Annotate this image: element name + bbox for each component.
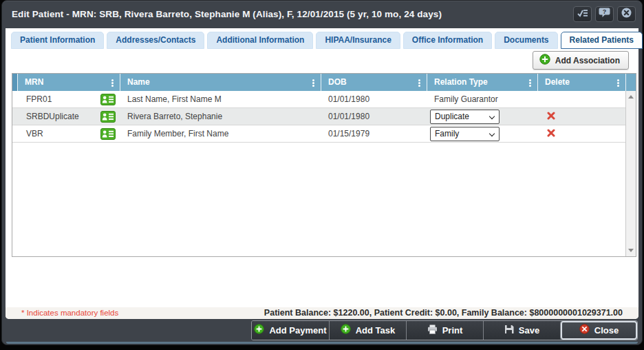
column-header-dob[interactable]: DOB (321, 74, 427, 91)
selected-relation: Family (435, 129, 459, 138)
add-association-button[interactable]: Add Association (533, 51, 629, 70)
table-row: SRBDUplicate Rivera Barreto, Stephanie 0… (12, 108, 625, 125)
cell-relation-type: Family Guarantor (427, 94, 537, 104)
tab-addresses-contacts[interactable]: Addresses/Contacts (107, 32, 204, 49)
save-button[interactable]: Save (483, 321, 560, 340)
close-label: Close (594, 325, 619, 336)
contact-card-icon[interactable] (100, 94, 116, 105)
save-icon (504, 325, 514, 337)
header-stub (625, 74, 636, 91)
mrn-value: FPR01 (26, 94, 52, 104)
related-patients-grid: MRN Name DOB Relation Type (12, 73, 636, 257)
add-payment-button[interactable]: Add Payment (252, 321, 329, 340)
cell-delete (537, 129, 625, 139)
window-close-button[interactable] (617, 6, 636, 22)
column-header-delete[interactable]: Delete (537, 74, 625, 91)
chevron-down-icon (489, 130, 495, 136)
column-label: Delete (545, 77, 570, 87)
relation-type-select[interactable]: Duplicate (430, 110, 500, 124)
mandatory-fields-note: * Indicates mandatory fields (21, 309, 118, 317)
tab-office-information[interactable]: Office Information (403, 32, 492, 49)
cell-delete (537, 112, 625, 122)
save-label: Save (519, 325, 539, 336)
scroll-down-icon[interactable] (628, 249, 634, 252)
selected-relation: Duplicate (435, 112, 469, 121)
tab-additional-information[interactable]: Additional Information (207, 32, 313, 49)
printer-icon (427, 325, 438, 337)
action-button-group: Add Payment Add Task Print (251, 320, 638, 340)
add-payment-label: Add Payment (269, 325, 326, 336)
column-menu-icon[interactable] (312, 79, 314, 81)
header-strip (12, 74, 17, 91)
help-button[interactable]: ? (595, 6, 614, 22)
cell-relation-type: Duplicate (427, 110, 537, 124)
cell-mrn: SRBDUplicate (12, 111, 120, 123)
task-list-icon (577, 8, 588, 21)
tab-documents[interactable]: Documents (495, 32, 557, 49)
cell-name: Family Member, First Name (120, 129, 321, 138)
vertical-scrollbar[interactable] (625, 91, 636, 256)
cell-mrn: FPR01 (12, 94, 120, 105)
scroll-up-icon[interactable] (628, 95, 634, 99)
column-menu-icon[interactable] (617, 79, 619, 81)
column-menu-icon[interactable] (111, 79, 114, 81)
delete-icon[interactable] (547, 112, 555, 120)
plus-icon (539, 54, 550, 68)
edit-patient-window: Edit Patient - MRN: SRB, Rivera Barreto,… (1, 0, 643, 345)
column-label: MRN (25, 77, 43, 87)
add-task-label: Add Task (356, 325, 396, 336)
cell-mrn: VBR (12, 128, 120, 140)
delete-icon[interactable] (547, 129, 555, 137)
window-title: Edit Patient - MRN: SRB, Rivera Barreto,… (12, 1, 442, 28)
cell-name: Last Name, First Name M (120, 94, 321, 104)
print-button[interactable]: Print (406, 321, 483, 340)
cell-name: Rivera Barreto, Stephanie (120, 112, 321, 121)
help-icon: ? (599, 8, 610, 21)
contact-card-icon[interactable] (100, 111, 116, 123)
column-label: DOB (328, 77, 347, 87)
mrn-value: VBR (26, 129, 43, 138)
svg-text:?: ? (603, 8, 607, 15)
cell-dob: 01/01/1980 (321, 94, 427, 104)
column-label: Name (127, 77, 150, 87)
add-association-label: Add Association (555, 56, 620, 65)
table-row: VBR Family Member, First Name 01/15/1979… (12, 125, 625, 143)
plus-icon (341, 324, 351, 337)
chevron-down-icon (489, 113, 495, 119)
column-menu-icon[interactable] (529, 79, 531, 81)
title-bar: Edit Patient - MRN: SRB, Rivera Barreto,… (2, 1, 642, 28)
close-icon (621, 8, 632, 21)
contact-card-icon[interactable] (100, 128, 116, 140)
close-button[interactable]: Close (560, 321, 637, 340)
window-bottom-edge (6, 342, 638, 344)
table-row: FPR01 Last Name, First Name M 01/01/1980… (12, 91, 625, 108)
tab-related-patients[interactable]: Related Patients (561, 32, 643, 49)
tab-hipaa-insurance[interactable]: HIPAA/Insurance (316, 32, 400, 49)
column-menu-icon[interactable] (418, 79, 420, 81)
column-header-mrn[interactable]: MRN (17, 74, 120, 91)
cell-dob: 01/15/1979 (321, 129, 427, 138)
column-header-name[interactable]: Name (120, 74, 321, 91)
action-bar: Add Payment Add Task Print (2, 316, 642, 343)
task-list-button[interactable] (573, 6, 592, 22)
column-label: Relation Type (434, 77, 488, 87)
mrn-value: SRBDUplicate (26, 112, 79, 121)
content-area: Patient Information Addresses/Contacts A… (6, 28, 638, 319)
column-header-relation-type[interactable]: Relation Type (427, 74, 537, 91)
relation-type-select[interactable]: Family (430, 127, 500, 141)
close-circle-icon (579, 324, 590, 337)
grid-header: MRN Name DOB Relation Type (12, 74, 636, 91)
tab-patient-information[interactable]: Patient Information (11, 32, 104, 49)
add-task-button[interactable]: Add Task (329, 321, 406, 340)
tab-strip: Patient Information Addresses/Contacts A… (11, 32, 633, 49)
titlebar-buttons: ? (573, 6, 636, 22)
cell-dob: 01/01/1980 (321, 112, 427, 121)
relation-value: Family Guarantor (430, 94, 498, 104)
cell-relation-type: Family (427, 127, 537, 141)
plus-icon (254, 324, 264, 337)
print-label: Print (442, 325, 463, 336)
grid-body: FPR01 Last Name, First Name M 01/01/1980… (12, 91, 625, 256)
screen: Edit Patient - MRN: SRB, Rivera Barreto,… (0, 0, 644, 350)
